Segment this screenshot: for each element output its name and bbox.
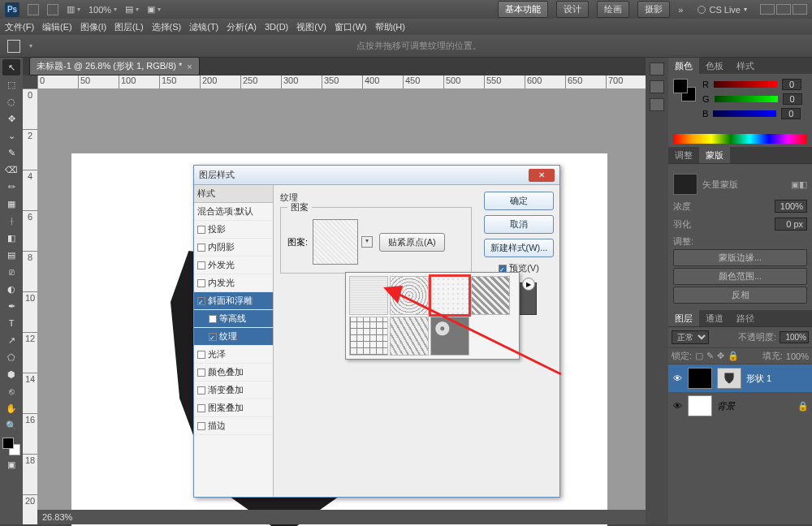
cs-live[interactable]: CS Live▾ [698,5,747,15]
visibility-icon[interactable]: 👁 [672,373,683,384]
screen-mode-dropdown[interactable]: ▥ [67,4,80,15]
row-gradient-overlay[interactable]: 渐变叠加 [194,382,273,399]
tab-swatches[interactable]: 色板 [699,58,730,75]
pixel-mask-icon[interactable]: ▣ [791,179,799,190]
tool-hand[interactable]: ✋ [2,400,20,416]
tool-wand[interactable]: ✥ [2,110,20,127]
menu-select[interactable]: 选择(S) [152,21,182,33]
layer-row-shape1[interactable]: 👁 形状 1 [668,364,812,392]
slider-b[interactable] [713,110,776,117]
minibridge-icon[interactable] [47,4,58,15]
menu-3d[interactable]: 3D(D) [265,22,288,32]
pattern-preview[interactable] [313,219,358,265]
lock-all-icon[interactable]: 🔒 [728,351,739,361]
tool-blur[interactable]: ⎚ [2,264,20,280]
pattern-menu-button[interactable]: ▶ [522,278,535,291]
spectrum-bar[interactable] [673,134,807,144]
tool-marquee[interactable]: ⬚ [2,76,20,93]
row-inner-glow[interactable]: 内发光 [194,274,273,292]
tool-pen[interactable]: ✒ [2,298,20,314]
pattern-swatch[interactable] [390,317,429,356]
invert-button[interactable]: 反相 [673,287,807,304]
menu-help[interactable]: 帮助(H) [375,21,405,33]
row-pattern-overlay[interactable]: 图案叠加 [194,399,273,417]
maximize-button[interactable] [776,4,791,15]
tab-adjust[interactable]: 调整 [668,147,699,164]
workspace-design[interactable]: 设计 [556,1,589,18]
tool-eyedropper[interactable]: ✎ [2,144,20,161]
blend-options-row[interactable]: 混合选项:默认 [194,203,273,221]
para-icon[interactable] [650,98,664,111]
menu-image[interactable]: 图像(I) [80,21,106,33]
quickmask-toggle[interactable]: ▣ [2,456,20,472]
value-r[interactable]: 0 [782,79,801,90]
layer-thumb[interactable] [688,395,712,416]
new-style-button[interactable]: 新建样式(W)... [484,239,554,257]
document-tab[interactable]: 未标题-1 @ 26.8% (形状 1, RGB/8) *× [29,57,200,75]
tool-crop[interactable]: ⌄ [2,127,20,144]
pattern-swatch[interactable] [390,276,429,315]
pattern-dropdown-button[interactable] [361,236,373,248]
dialog-titlebar[interactable]: 图层样式 ✕ [194,166,559,185]
tab-paths[interactable]: 路径 [730,310,761,327]
zoom-dropdown[interactable]: 100% [89,5,117,15]
value-g[interactable]: 0 [783,93,802,105]
slider-g[interactable] [715,96,778,102]
tool-heal[interactable]: ⌫ [2,162,20,178]
visibility-icon[interactable]: 👁 [672,400,683,412]
lock-move-icon[interactable]: ✥ [717,351,724,361]
row-outer-glow[interactable]: 外发光 [194,257,273,274]
view-extras-dropdown[interactable]: ▤ [125,4,139,15]
row-texture[interactable]: 纹理 [194,328,273,346]
pattern-swatch[interactable] [430,317,469,356]
dialog-close-button[interactable]: ✕ [529,169,555,182]
density-input[interactable]: 100% [775,200,807,213]
menu-view[interactable]: 视图(V) [296,21,326,33]
lock-trans-icon[interactable]: ▢ [695,351,703,361]
menu-layer[interactable]: 图层(L) [114,21,143,33]
pattern-swatch[interactable] [349,317,388,356]
tool-lasso[interactable]: ◌ [2,93,20,110]
tab-mask[interactable]: 蒙版 [699,147,730,164]
active-tool-icon[interactable] [6,39,21,54]
tab-styles[interactable]: 样式 [730,58,761,75]
zoom-readout[interactable]: 26.83% [42,512,72,522]
workspace-photo[interactable]: 摄影 [637,1,670,18]
pattern-swatch[interactable] [471,276,510,315]
ok-button[interactable]: 确定 [484,192,554,210]
minimize-button[interactable] [760,4,775,15]
menu-analysis[interactable]: 分析(A) [227,21,257,33]
slider-r[interactable] [714,81,777,88]
pattern-swatch[interactable] [349,276,388,315]
tab-layers[interactable]: 图层 [668,310,699,327]
tool-gradient[interactable]: ▤ [2,247,20,263]
fg-bg-mini[interactable] [673,79,696,101]
layer-vector-mask[interactable] [717,368,741,389]
layer-row-background[interactable]: 👁 背景 🔒 [668,392,812,420]
row-satin[interactable]: 光泽 [194,346,273,364]
feather-input[interactable]: 0 px [775,218,807,231]
pattern-swatch-highlighted[interactable] [430,276,469,315]
row-inner-shadow[interactable]: 内阴影 [194,239,273,257]
fg-bg-swatches[interactable] [2,438,20,455]
bridge-icon[interactable] [28,4,39,15]
tool-brush[interactable]: ✏ [2,179,20,195]
arrange-dropdown[interactable]: ▣ [147,4,161,15]
opacity-input[interactable]: 100% [780,331,809,343]
tool-stamp[interactable]: ▦ [2,196,20,212]
tab-channels[interactable]: 通道 [699,310,730,327]
close-button[interactable] [793,4,807,15]
row-drop-shadow[interactable]: 投影 [194,221,273,239]
vector-mask-icon[interactable]: ◧ [799,179,807,190]
char-icon[interactable] [650,80,664,93]
tool-3d[interactable]: ⬢ [2,366,20,382]
tool-eraser[interactable]: ◧ [2,230,20,246]
tool-text[interactable]: T [2,315,20,331]
layer-thumb[interactable] [688,368,712,389]
tab-color[interactable]: 颜色 [668,58,699,75]
tab-close-icon[interactable]: × [187,62,192,71]
workspace-paint[interactable]: 绘画 [597,1,629,18]
history-icon[interactable] [650,63,664,75]
tool-camera[interactable]: ⎋ [2,383,20,399]
menu-file[interactable]: 文件(F) [5,21,34,33]
